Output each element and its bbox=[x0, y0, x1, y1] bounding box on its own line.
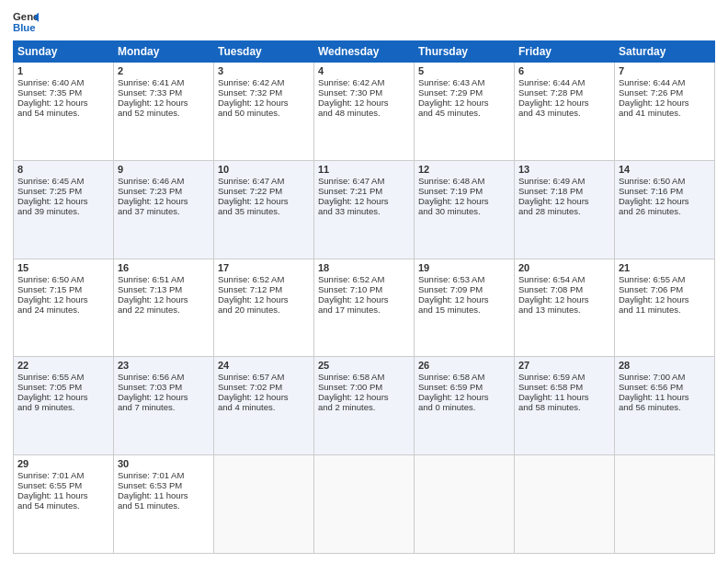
sunrise-label: Sunrise: 7:01 AM bbox=[17, 470, 84, 480]
day-number: 12 bbox=[418, 164, 510, 175]
day-number: 27 bbox=[518, 360, 610, 371]
daylight-mins: and 9 minutes. bbox=[17, 402, 74, 412]
daylight-label: Daylight: 12 hours bbox=[619, 294, 689, 304]
daylight-mins: and 41 minutes. bbox=[619, 108, 681, 118]
sunset-label: Sunset: 6:56 PM bbox=[619, 382, 683, 392]
page: General Blue SundayMondayTuesdayWednesda… bbox=[0, 0, 728, 563]
calendar-week-row: 15 Sunrise: 6:50 AM Sunset: 7:15 PM Dayl… bbox=[14, 259, 715, 357]
day-number: 11 bbox=[318, 164, 410, 175]
daylight-label: Daylight: 12 hours bbox=[118, 392, 188, 402]
daylight-label: Daylight: 12 hours bbox=[418, 392, 489, 402]
sunrise-label: Sunrise: 6:40 AM bbox=[17, 77, 84, 87]
daylight-mins: and 37 minutes. bbox=[118, 206, 180, 216]
daylight-label: Daylight: 11 hours bbox=[17, 490, 88, 500]
daylight-label: Daylight: 11 hours bbox=[619, 392, 689, 402]
daylight-mins: and 35 minutes. bbox=[218, 206, 280, 216]
sunrise-label: Sunrise: 6:55 AM bbox=[619, 274, 685, 284]
daylight-label: Daylight: 12 hours bbox=[418, 196, 489, 206]
calendar-cell: 20 Sunrise: 6:54 AM Sunset: 7:08 PM Dayl… bbox=[515, 259, 615, 357]
sunrise-label: Sunrise: 6:50 AM bbox=[619, 176, 685, 186]
sunset-label: Sunset: 7:19 PM bbox=[418, 186, 483, 196]
sunrise-label: Sunrise: 6:58 AM bbox=[418, 372, 484, 382]
calendar-cell: 17 Sunrise: 6:52 AM Sunset: 7:12 PM Dayl… bbox=[214, 259, 314, 357]
day-number: 19 bbox=[418, 262, 510, 273]
calendar-week-row: 22 Sunrise: 6:55 AM Sunset: 7:05 PM Dayl… bbox=[14, 357, 715, 455]
sunrise-label: Sunrise: 6:43 AM bbox=[418, 77, 484, 87]
sunrise-label: Sunrise: 6:42 AM bbox=[218, 77, 284, 87]
daylight-label: Daylight: 12 hours bbox=[418, 294, 489, 304]
calendar-cell: 7 Sunrise: 6:44 AM Sunset: 7:26 PM Dayli… bbox=[615, 63, 715, 161]
sunrise-label: Sunrise: 6:55 AM bbox=[17, 372, 84, 382]
day-number: 18 bbox=[318, 262, 410, 273]
sunrise-label: Sunrise: 6:52 AM bbox=[318, 274, 384, 284]
sunrise-label: Sunrise: 6:54 AM bbox=[518, 274, 585, 284]
daylight-mins: and 54 minutes. bbox=[17, 108, 80, 118]
daylight-label: Daylight: 12 hours bbox=[17, 294, 88, 304]
daylight-mins: and 4 minutes. bbox=[218, 402, 275, 412]
daylight-mins: and 7 minutes. bbox=[118, 402, 175, 412]
day-number: 26 bbox=[418, 360, 510, 371]
weekday-header-sunday: Sunday bbox=[14, 41, 114, 63]
calendar-cell: 21 Sunrise: 6:55 AM Sunset: 7:06 PM Dayl… bbox=[615, 259, 715, 357]
daylight-mins: and 30 minutes. bbox=[418, 206, 481, 216]
sunset-label: Sunset: 7:02 PM bbox=[218, 382, 282, 392]
day-number: 22 bbox=[17, 360, 109, 371]
calendar-cell: 1 Sunrise: 6:40 AM Sunset: 7:35 PM Dayli… bbox=[14, 63, 114, 161]
sunset-label: Sunset: 7:08 PM bbox=[518, 284, 583, 294]
sunrise-label: Sunrise: 6:47 AM bbox=[318, 176, 384, 186]
sunset-label: Sunset: 6:53 PM bbox=[118, 480, 182, 490]
weekday-header-monday: Monday bbox=[114, 41, 214, 63]
sunset-label: Sunset: 6:55 PM bbox=[17, 480, 82, 490]
daylight-label: Daylight: 11 hours bbox=[118, 490, 188, 500]
daylight-mins: and 52 minutes. bbox=[118, 108, 180, 118]
daylight-label: Daylight: 12 hours bbox=[218, 294, 289, 304]
daylight-label: Daylight: 12 hours bbox=[218, 196, 289, 206]
daylight-mins: and 22 minutes. bbox=[118, 304, 180, 315]
weekday-header-saturday: Saturday bbox=[615, 41, 715, 63]
calendar-week-row: 1 Sunrise: 6:40 AM Sunset: 7:35 PM Dayli… bbox=[14, 63, 715, 161]
calendar-cell: 18 Sunrise: 6:52 AM Sunset: 7:10 PM Dayl… bbox=[314, 259, 415, 357]
calendar-cell: 24 Sunrise: 6:57 AM Sunset: 7:02 PM Dayl… bbox=[214, 357, 314, 455]
day-number: 30 bbox=[118, 458, 210, 469]
weekday-header-row: SundayMondayTuesdayWednesdayThursdayFrid… bbox=[14, 41, 715, 63]
calendar-cell: 2 Sunrise: 6:41 AM Sunset: 7:33 PM Dayli… bbox=[114, 63, 214, 161]
day-number: 9 bbox=[118, 164, 210, 175]
daylight-label: Daylight: 12 hours bbox=[619, 98, 689, 108]
calendar-cell: 25 Sunrise: 6:58 AM Sunset: 7:00 PM Dayl… bbox=[314, 357, 415, 455]
sunset-label: Sunset: 7:16 PM bbox=[619, 186, 683, 196]
daylight-mins: and 58 minutes. bbox=[518, 402, 581, 412]
sunrise-label: Sunrise: 6:48 AM bbox=[418, 176, 484, 186]
day-number: 3 bbox=[218, 65, 310, 76]
calendar-cell: 5 Sunrise: 6:43 AM Sunset: 7:29 PM Dayli… bbox=[415, 63, 515, 161]
calendar-cell: 8 Sunrise: 6:45 AM Sunset: 7:25 PM Dayli… bbox=[14, 160, 114, 259]
daylight-mins: and 13 minutes. bbox=[518, 304, 581, 315]
sunrise-label: Sunrise: 6:47 AM bbox=[218, 176, 284, 186]
daylight-label: Daylight: 12 hours bbox=[218, 392, 289, 402]
daylight-label: Daylight: 12 hours bbox=[518, 294, 589, 304]
daylight-label: Daylight: 12 hours bbox=[318, 98, 389, 108]
daylight-label: Daylight: 12 hours bbox=[518, 196, 589, 206]
daylight-mins: and 20 minutes. bbox=[218, 304, 280, 315]
sunrise-label: Sunrise: 6:52 AM bbox=[218, 274, 284, 284]
calendar-cell: 27 Sunrise: 6:59 AM Sunset: 6:58 PM Dayl… bbox=[515, 357, 615, 455]
sunset-label: Sunset: 7:15 PM bbox=[17, 284, 82, 294]
daylight-mins: and 33 minutes. bbox=[318, 206, 381, 216]
sunrise-label: Sunrise: 6:53 AM bbox=[418, 274, 484, 284]
calendar-cell: 13 Sunrise: 6:49 AM Sunset: 7:18 PM Dayl… bbox=[515, 160, 615, 259]
calendar-cell: 4 Sunrise: 6:42 AM Sunset: 7:30 PM Dayli… bbox=[314, 63, 415, 161]
sunrise-label: Sunrise: 6:56 AM bbox=[118, 372, 184, 382]
daylight-mins: and 45 minutes. bbox=[418, 108, 481, 118]
calendar-cell bbox=[415, 455, 515, 554]
calendar-cell: 6 Sunrise: 6:44 AM Sunset: 7:28 PM Dayli… bbox=[515, 63, 615, 161]
sunset-label: Sunset: 7:18 PM bbox=[518, 186, 583, 196]
logo-icon: General Blue bbox=[13, 9, 39, 35]
daylight-mins: and 0 minutes. bbox=[418, 402, 475, 412]
calendar-body: 1 Sunrise: 6:40 AM Sunset: 7:35 PM Dayli… bbox=[14, 63, 715, 554]
calendar-cell: 30 Sunrise: 7:01 AM Sunset: 6:53 PM Dayl… bbox=[114, 455, 214, 554]
daylight-mins: and 56 minutes. bbox=[619, 402, 681, 412]
day-number: 1 bbox=[17, 65, 109, 76]
calendar-cell: 26 Sunrise: 6:58 AM Sunset: 6:59 PM Dayl… bbox=[415, 357, 515, 455]
daylight-mins: and 26 minutes. bbox=[619, 206, 681, 216]
calendar-cell bbox=[314, 455, 415, 554]
calendar-cell: 9 Sunrise: 6:46 AM Sunset: 7:23 PM Dayli… bbox=[114, 160, 214, 259]
